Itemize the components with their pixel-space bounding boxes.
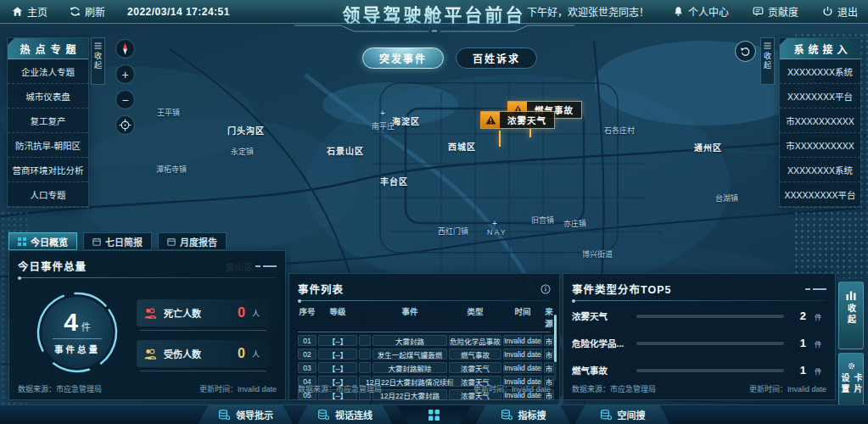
personal-center-button[interactable]: 个人中心 [673, 4, 729, 19]
cards-collapse-button[interactable]: 收起 [838, 282, 864, 349]
map-marker-dense-fog[interactable]: 浓雾天气 [480, 111, 555, 129]
total-value: 4 [64, 308, 78, 336]
bar-label: 危险化学品... [572, 337, 628, 349]
app-title-block: 领导驾驶舱平台前台 [294, 1, 574, 32]
contribution-button[interactable]: 贡献度 [753, 4, 798, 19]
personal-center-label: 个人中心 [688, 4, 729, 19]
calendar-icon [92, 237, 101, 246]
tab-today-overview[interactable]: 今日概览 [8, 232, 77, 250]
table-row[interactable]: 01 【--】 大雾封路 危险化学品事故 Invalid date 市 [298, 335, 551, 346]
refresh-button[interactable]: 刷新 [70, 4, 105, 19]
system-access-header[interactable]: 系统接入 [780, 38, 860, 59]
cell-time: Invalid date [503, 362, 542, 373]
stat-unit: 人 [252, 308, 260, 319]
bar-row: 浓雾天气 2 件 [572, 310, 826, 322]
locate-button[interactable] [115, 115, 135, 135]
cell-chip [359, 362, 371, 373]
nav-spatial-search[interactable]: 空间搜 [575, 405, 670, 424]
map-place-label: 王平镇 [157, 107, 180, 118]
system-access-item[interactable]: XXXXXXXX平台 [780, 84, 860, 109]
deaths-stat-row: 死亡人数 0 人 [137, 299, 270, 326]
collapse-label: 收起 [92, 52, 104, 70]
card-title: 今日事件总量 [18, 258, 87, 274]
home-button[interactable]: 主页 [12, 4, 48, 19]
compass-icon[interactable] [115, 39, 135, 59]
hot-topics-header[interactable]: 热点专题 [8, 38, 88, 59]
col-header: 来源 [544, 305, 554, 329]
cell-no: 02 [298, 349, 316, 360]
col-header: 等级 [318, 305, 357, 329]
cell-chip [359, 349, 371, 360]
hot-topic-item[interactable]: 人口专题 [8, 182, 88, 207]
table-scrollbar[interactable] [554, 315, 557, 381]
nav-label: 指标搜 [518, 408, 546, 421]
cell-type: 浓雾天气 [449, 362, 501, 373]
card-settings-button[interactable]: 卡片设置 [838, 353, 864, 405]
cell-chip [359, 335, 371, 346]
data-source: 数据来源：市应急管理局 [18, 383, 102, 394]
cell-no: 01 [298, 335, 316, 346]
event-location-pin[interactable] [499, 131, 509, 142]
col-header: 序号 [298, 305, 316, 329]
database-icon [501, 410, 512, 420]
leadership-cockpit-dashboard: 王平镇 门头沟区 永定镇 潭柘寺镇 石景山区 海淀区 丰台区 西城区 南平庄 通… [0, 0, 868, 424]
bar-row: 燃气事故 1 件 [572, 364, 826, 377]
cell-event: 大雾封路 [372, 335, 447, 346]
map-place-label: NAY [487, 228, 507, 237]
hot-topic-item[interactable]: 城市仪表盘 [8, 84, 88, 109]
hot-topics-collapse-button[interactable]: 收起 [91, 37, 105, 85]
system-access-item[interactable]: 市XXXXXXXXXX [780, 133, 860, 158]
bar-row: 危险化学品... 1 件 [572, 337, 826, 349]
nav-leader-instructions[interactable]: 领导批示 [199, 405, 294, 424]
hot-topic-item[interactable]: 企业法人专题 [8, 59, 88, 84]
map-reset-button[interactable] [735, 41, 756, 62]
nav-label: 领导批示 [236, 408, 273, 421]
hot-topic-item[interactable]: 营商环境对比分析 [8, 158, 88, 182]
table-row[interactable]: 03 【--】 大雾封路解除 浓雾天气 Invalid date 市 [298, 362, 551, 373]
system-access-item[interactable]: XXXXXXXX系统 [780, 158, 860, 182]
cell-event: 大雾封路解除 [372, 362, 447, 373]
tab-seven-day-brief[interactable]: 七日简报 [83, 232, 152, 250]
map-place-label: 亦庄镇 [563, 218, 586, 229]
map-district-label: 西城区 [448, 140, 476, 153]
map-place-label: 石各庄村 [604, 125, 635, 136]
hot-topic-item[interactable]: 防汛抗旱-朝阳区 [8, 133, 88, 158]
logout-label: 退出 [837, 4, 858, 19]
hot-topic-item[interactable]: 复工复产 [8, 109, 88, 133]
page-title: 领导驾驶舱平台前台 [294, 1, 574, 26]
logout-button[interactable]: 退出 [822, 4, 858, 19]
emergency-events-button[interactable]: 突发事件 [362, 47, 444, 69]
tab-monthly-report[interactable]: 月度报告 [158, 232, 227, 250]
system-access-item[interactable]: XXXXXXXX系统 [780, 59, 860, 84]
nav-indicator-search[interactable]: 指标搜 [476, 405, 571, 424]
event-type-top5-card: 事件类型分布TOP5 浓雾天气 2 件 危险化学品... 1 件 燃气事故 1 … [563, 273, 836, 400]
bar-value: 1 [792, 337, 806, 349]
nav-video-connection[interactable]: 视话连线 [298, 405, 393, 424]
cell-type: 危险化学品事故 [449, 335, 501, 346]
update-time: 更新时间：Invalid date [199, 383, 277, 394]
cell-time: Invalid date [503, 349, 542, 360]
warning-triangle-icon [481, 112, 500, 128]
system-access-item[interactable]: XXXXXXXXX平台 [780, 182, 860, 207]
map-district-label: 通州区 [694, 141, 722, 153]
system-access-item[interactable]: 市XXXXXXXXXX [780, 109, 860, 133]
table-row[interactable]: 02 【--】 发生一起煤气罐轰燃 燃气事故 Invalid date 市 [298, 349, 551, 360]
col-header: 时间 [503, 305, 542, 329]
bell-icon [673, 6, 684, 17]
bar-value: 1 [792, 364, 806, 377]
map-place-label: 南平庄 [372, 120, 395, 131]
map-cross-marker: + [380, 109, 385, 118]
zoom-out-button[interactable]: − [115, 90, 135, 109]
map-place-label: 台湖镇 [715, 192, 738, 204]
citizen-appeals-button[interactable]: 百姓诉求 [456, 47, 537, 69]
hamburger-icon [94, 42, 102, 49]
tab-label: 七日简报 [105, 235, 143, 248]
settings-label: 卡片设置 [838, 373, 864, 404]
stat-label: 死亡人数 [164, 306, 201, 320]
info-icon[interactable] [540, 284, 551, 294]
zoom-in-button[interactable]: + [115, 64, 135, 84]
cell-source: 市 [544, 335, 554, 346]
system-access-collapse-button[interactable]: 收起 [760, 37, 775, 85]
nav-home-grid-button[interactable] [397, 405, 472, 424]
card-title-decoration [255, 265, 277, 267]
